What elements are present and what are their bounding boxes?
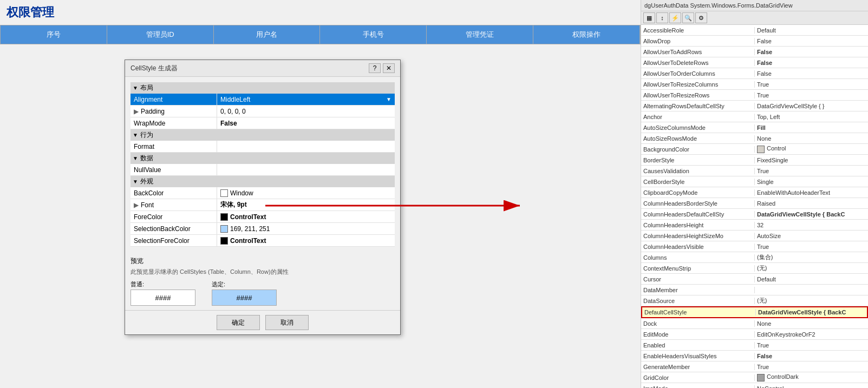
prop-item-font-value: 宋体, 9pt xyxy=(217,200,395,209)
preview-selected: 选定: #### xyxy=(212,280,277,306)
prop-value: EnableWithAutoHeaderText xyxy=(755,189,868,196)
chevron-down-icon-4: ▼ xyxy=(133,179,138,185)
prop-item-wrapmode-value: False xyxy=(217,120,395,127)
prop-value: Control xyxy=(755,145,868,153)
preview-section: 预览 此预览显示继承的 CellStyles (Table、Column、Row… xyxy=(125,252,400,310)
props-row: CursorDefault xyxy=(641,274,868,285)
preview-selected-label: 选定: xyxy=(212,280,225,288)
prop-name: AllowUserToAddRows xyxy=(641,49,755,55)
prop-item-backcolor[interactable]: BackColor Window xyxy=(130,187,395,199)
prop-item-nullvalue[interactable]: NullValue xyxy=(130,164,395,176)
props-row: DataMember xyxy=(641,285,868,295)
prop-name: CellBorderStyle xyxy=(641,179,755,185)
col-header-4: 管理凭证 xyxy=(427,25,533,44)
prop-item-backcolor-value: Window xyxy=(217,189,395,197)
prop-group-layout-header[interactable]: ▼ 布局 xyxy=(130,82,395,94)
properties-title: dgUserAuthData System.Windows.Forms.Data… xyxy=(644,2,793,9)
prop-group-behavior-header[interactable]: ▼ 行为 xyxy=(130,129,395,141)
dialog-close-button[interactable]: ✕ xyxy=(383,63,395,73)
prop-name: AlternatingRowsDefaultCellSty xyxy=(641,103,755,109)
chevron-down-icon: ▼ xyxy=(133,85,138,91)
ok-button[interactable]: 确定 xyxy=(217,315,260,330)
prop-item-padding[interactable]: ▶Padding 0, 0, 0, 0 xyxy=(130,106,395,117)
props-row: ColumnHeadersDefaultCellStyDataGridViewC… xyxy=(641,209,868,220)
prop-name: Cursor xyxy=(641,276,755,282)
prop-value: NoControl xyxy=(755,385,868,389)
prop-name: AllowUserToResizeRows xyxy=(641,92,755,98)
prop-item-selbackcolor[interactable]: SelectionBackColor 169, 211, 251 xyxy=(130,223,395,235)
props-row: DockNone xyxy=(641,318,868,329)
prop-name: AutoSizeColumnsMode xyxy=(641,124,755,131)
prop-name: ContextMenuStrip xyxy=(641,265,755,272)
prop-item-font[interactable]: ▶Font 宋体, 9pt xyxy=(130,199,395,211)
page-title: 权限管理 xyxy=(0,0,641,25)
props-row: GenerateMemberTrue xyxy=(641,361,868,372)
prop-item-wrapmode-name: WrapMode xyxy=(130,117,217,129)
preview-desc: 此预览显示继承的 CellStyles (Table、Column、Row)的属… xyxy=(130,268,395,276)
prop-value: False xyxy=(755,353,868,359)
prop-name: BackgroundColor xyxy=(641,146,755,153)
prop-item-forecolor[interactable]: ForeColor ControlText xyxy=(130,211,395,223)
prop-value: True xyxy=(755,81,868,88)
prop-value: Raised xyxy=(755,200,868,207)
props-row: ColumnHeadersHeightSizeMoAutoSize xyxy=(641,231,868,241)
props-row: AnchorTop, Left xyxy=(641,111,868,122)
chevron-down-icon-2: ▼ xyxy=(133,132,138,138)
prop-item-padding-value: 0, 0, 0, 0 xyxy=(217,108,395,115)
prop-group-behavior: ▼ 行为 Format xyxy=(130,129,395,153)
prop-group-data-header[interactable]: ▼ 数据 xyxy=(130,153,395,164)
prop-name: GenerateMember xyxy=(641,364,755,370)
prop-value: False xyxy=(755,70,868,77)
prop-item-selforecolor[interactable]: SelectionForeColor ControlText xyxy=(130,235,395,247)
prop-item-backcolor-name: BackColor xyxy=(130,187,217,199)
backcolor-swatch xyxy=(220,189,228,197)
prop-value: AutoSize xyxy=(755,233,868,239)
prop-item-format[interactable]: Format xyxy=(130,141,395,153)
preview-row: 普通: #### 选定: #### xyxy=(130,280,395,306)
toolbar-event-icon[interactable]: ⚡ xyxy=(669,12,681,23)
prop-name: AllowDrop xyxy=(641,38,755,44)
selforecolor-swatch xyxy=(220,237,228,245)
prop-name: Anchor xyxy=(641,114,755,120)
dropdown-arrow-icon[interactable]: ▼ xyxy=(386,96,391,102)
toolbar-sort-icon[interactable]: ↕ xyxy=(656,12,668,23)
cancel-button[interactable]: 取消 xyxy=(265,315,309,330)
prop-name: Dock xyxy=(641,320,755,327)
props-row: ColumnHeadersBorderStyleRaised xyxy=(641,198,868,209)
color-swatch-icon xyxy=(757,374,765,382)
col-header-2: 用户名 xyxy=(214,25,321,44)
prop-item-alignment[interactable]: Alignment MiddleLeft ▼ xyxy=(130,94,395,106)
props-row: AllowUserToResizeRowsTrue xyxy=(641,90,868,101)
dialog-help-button[interactable]: ? xyxy=(369,63,381,73)
prop-item-selbackcolor-name: SelectionBackColor xyxy=(130,223,217,234)
color-swatch-icon xyxy=(757,146,765,153)
prop-value: FixedSingle xyxy=(755,157,868,163)
prop-name: BorderStyle xyxy=(641,157,755,163)
forecolor-text: ControlText xyxy=(230,213,266,221)
prop-item-wrapmode[interactable]: WrapMode False xyxy=(130,117,395,129)
props-row: ColumnHeadersHeight32 xyxy=(641,220,868,231)
props-row: CausesValidationTrue xyxy=(641,166,868,176)
toolbar-filter-icon[interactable]: ⚙ xyxy=(695,12,707,23)
prop-value: (无) xyxy=(755,297,868,305)
toolbar-grid-icon[interactable]: ▦ xyxy=(643,12,655,23)
prop-group-appearance-header[interactable]: ▼ 外观 xyxy=(130,176,395,187)
prop-name: ColumnHeadersHeight xyxy=(641,222,755,228)
prop-name: ClipboardCopyMode xyxy=(641,189,755,196)
prop-name: AllowUserToOrderColumns xyxy=(641,70,755,77)
prop-group-appearance-label: 外观 xyxy=(140,177,153,186)
prop-value: EditOnKeystrokeOrF2 xyxy=(755,331,868,338)
prop-value: False xyxy=(755,38,868,44)
preview-title: 预览 xyxy=(130,257,395,266)
dialog-footer: 确定 取消 xyxy=(125,310,400,334)
toolbar-search-icon[interactable]: 🔍 xyxy=(682,12,694,23)
prop-item-selforecolor-name: SelectionForeColor xyxy=(130,235,217,246)
props-row: CellBorderStyleSingle xyxy=(641,176,868,187)
dialog-title: CellStyle 生成器 xyxy=(130,64,178,73)
dialog-controls: ? ✕ xyxy=(369,63,395,73)
prop-value: (集合) xyxy=(755,253,868,261)
props-row: AutoSizeColumnsModeFill xyxy=(641,122,868,133)
props-row: EnabledTrue xyxy=(641,340,868,351)
preview-selected-box: #### xyxy=(212,290,277,306)
prop-group-behavior-label: 行为 xyxy=(140,130,153,140)
